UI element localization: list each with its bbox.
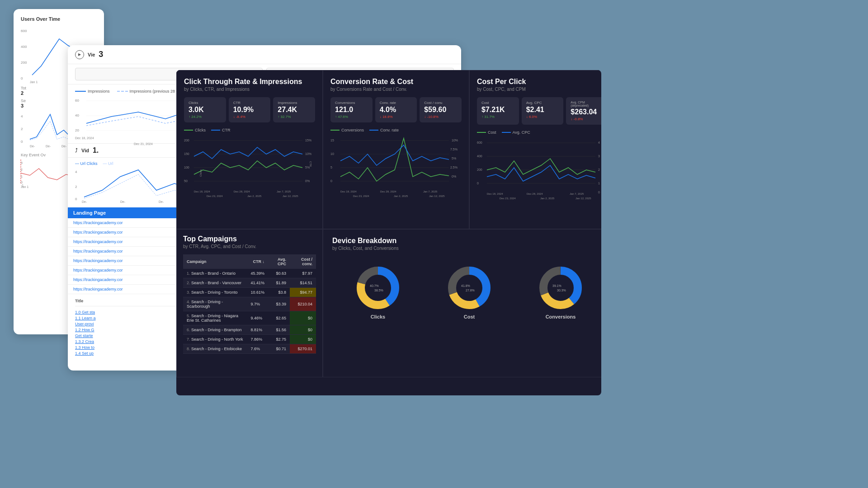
svg-text:38.5%: 38.5% [374,289,383,292]
svg-text:400: 400 [477,155,482,158]
svg-text:2: 2 [75,185,77,189]
svg-text:27.8%: 27.8% [466,289,475,292]
avg-cpc-stat: Avg. CPC $2.41 ↓ 6.0% [522,97,564,125]
clicks-legend-line [184,130,193,131]
svg-point-94 [365,275,391,300]
svg-text:Jan 2, 2025: Jan 2, 2025 [247,195,262,197]
ctr-title: Click Through Rate & Impressions [184,78,315,86]
avg-cpm-stat: Avg. CPM (deprecated) $263.04 ↓ -0.8% [566,97,601,125]
svg-text:0%: 0% [305,179,310,183]
conv-rate-legend-line [369,130,378,131]
ctr-stats: Clicks 3.0K ↑ 24.2% CTR 10.9% ↓ -8.4% Im… [184,97,315,122]
impressions-legend-label: Impressions [88,89,110,94]
avg-cpc-col-header: Avg. CPC [268,254,290,269]
table-row: 8. Search - Driving - Etobicoke 7.6% $0.… [183,344,316,353]
ctr-subtitle: by Clicks, CTR, and Impressions [184,87,315,92]
ctr-chart-svg: 200 150 100 50 15% 10% 5% 0% Dec 18, 202… [184,136,315,199]
svg-text:Jan 1: Jan 1 [30,80,38,84]
svg-text:0: 0 [75,197,77,201]
conv-rate-legend-label: Conv. rate [380,128,399,132]
svg-text:De-: De- [159,200,164,203]
svg-text:3: 3 [21,161,23,164]
svg-text:De-: De- [30,145,35,148]
device-panel: Device Breakdown by Clicks, Cost, and Co… [323,229,601,378]
cpc-legend: Cost Avg. CPC [477,130,601,135]
svg-text:De-: De- [46,145,51,148]
svg-text:15: 15 [330,139,334,142]
svg-text:Dec 21, 2024: Dec 21, 2024 [134,142,153,145]
svg-text:41.8%: 41.8% [461,284,470,287]
svg-text:De-: De- [82,200,87,203]
svg-text:40.7%: 40.7% [370,284,379,287]
svg-text:Dec 18, 2024: Dec 18, 2024 [194,190,210,193]
svg-point-106 [548,275,573,300]
svg-text:Jan 12, 2025: Jan 12, 2025 [429,195,445,197]
conv-title: Conversion Rate & Cost [330,78,462,86]
svg-text:40: 40 [75,113,79,117]
svg-text:10%: 10% [452,139,458,142]
ctr-legend-label: CTR [222,128,231,132]
svg-text:5%: 5% [452,157,456,160]
table-row: 5. Search - Driving - Niagara Erie St. C… [183,311,316,325]
svg-text:0: 0 [477,182,479,185]
svg-text:60: 60 [75,99,79,103]
svg-text:2: 2 [21,127,23,131]
svg-text:Jan 7, 2025: Jan 7, 2025 [277,190,291,193]
svg-text:4: 4 [75,170,77,174]
svg-text:CTR: CTR [309,161,312,167]
conversions-donut-container: 39.1% 30.3% Conversions [538,265,583,319]
svg-text:Dec 28, 2024: Dec 28, 2024 [234,190,250,193]
svg-text:Dec 23, 2024: Dec 23, 2024 [353,195,369,197]
impressions-legend: Impressions [75,89,110,94]
svg-text:15%: 15% [305,139,311,142]
svg-text:7.5%: 7.5% [450,148,458,151]
share-icon[interactable]: ⤴ [75,147,78,154]
svg-text:600: 600 [21,29,27,33]
conv-subtitle: by Conversions Rate and Cost / Conv. [330,87,462,92]
cpc-stats: Cost $7.21K ↑ 31.7% Avg. CPC $2.41 ↓ 6.0… [477,97,601,125]
svg-text:600: 600 [477,141,482,144]
table-row: 3. Search - Driving - Toronto 10.61% $3.… [183,287,316,297]
svg-text:0: 0 [330,179,332,183]
svg-text:Dec 23, 2024: Dec 23, 2024 [207,195,223,197]
table-row: 7. Search - Driving - North York 7.86% $… [183,334,316,344]
svg-text:Clicks: Clicks [199,169,202,177]
cost-donut-svg: 41.8% 27.8% [447,265,492,310]
svg-text:Jan 12, 2025: Jan 12, 2025 [283,195,298,197]
view-label: Vie [88,52,95,57]
svg-text:30.3%: 30.3% [557,289,566,292]
conv-rate-stat: Conv. rate 4.0% ↓ 18.8% [375,97,417,122]
cost-conv-col-header: Cost / conv. [290,254,316,269]
conversions-donut-svg: 39.1% 30.3% [538,265,583,310]
play-icon[interactable]: ▶ [75,50,84,59]
svg-text:Jan 12, 2025: Jan 12, 2025 [576,197,591,200]
svg-text:5%: 5% [305,166,310,169]
svg-text:Dec 23, 2024: Dec 23, 2024 [500,197,516,200]
clicks-stat: Clicks 3.0K ↑ 24.2% [184,97,226,122]
svg-text:200: 200 [477,168,482,171]
svg-text:Dec 18, 2024: Dec 18, 2024 [487,192,503,195]
svg-text:4: 4 [21,114,23,118]
users-over-time-title: Users Over Time [21,16,97,22]
svg-text:0: 0 [598,191,600,194]
svg-text:20: 20 [75,128,79,132]
cpc-subtitle: by Cost, CPC, and CPM [477,87,601,92]
svg-text:0: 0 [21,181,23,184]
svg-text:De-: De- [61,145,67,148]
clicks-donut-label: Clicks [371,314,385,319]
svg-text:De-: De- [120,200,126,203]
conversions-legend-line [330,130,340,131]
svg-text:10%: 10% [305,152,311,155]
svg-text:Jan 7, 2025: Jan 7, 2025 [423,190,438,193]
svg-text:2.5%: 2.5% [450,166,458,169]
cost-conv-stat: Cost / conv. $59.60 ↓ -10.8% [420,97,462,122]
impressions-stat: Impressions 27.4K ↑ 32.7% [273,97,315,122]
conversions-donut-label: Conversions [546,314,576,319]
cost-legend-label: Cost [488,130,496,135]
conversions-legend-label: Conversions [341,128,364,132]
conv-panel: Conversion Rate & Cost by Conversions Ra… [323,70,469,229]
svg-text:200: 200 [21,61,27,65]
avg-cpc-legend-line [502,132,511,133]
svg-text:5: 5 [330,166,332,169]
svg-text:1: 1 [598,182,600,185]
